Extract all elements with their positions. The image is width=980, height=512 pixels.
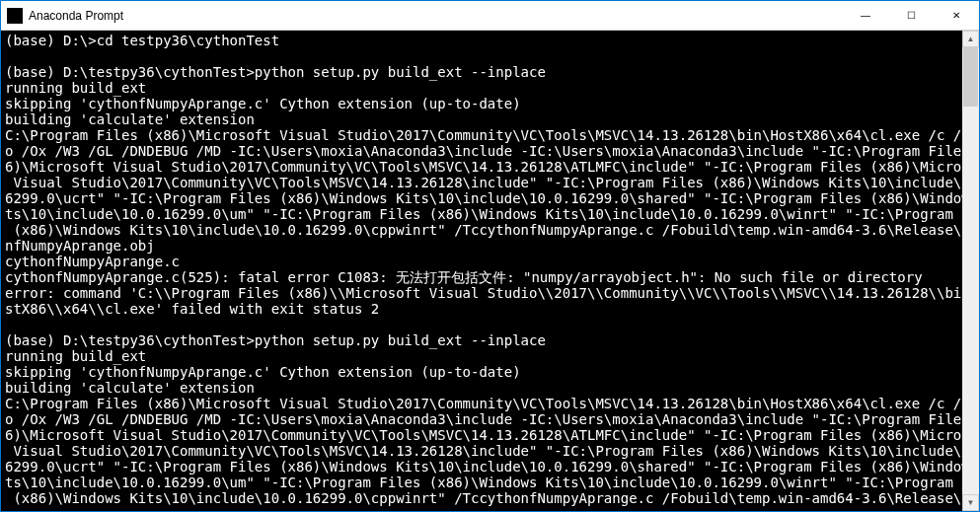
scrollbar[interactable]: ▲ ▼ bbox=[962, 31, 979, 511]
maximize-button[interactable]: ☐ bbox=[888, 1, 934, 31]
scroll-up-button[interactable]: ▲ bbox=[962, 31, 979, 47]
scroll-thumb[interactable] bbox=[963, 47, 978, 107]
console-output[interactable]: (base) D:\>cd testpy36\cythonTest (base)… bbox=[1, 31, 962, 511]
terminal-icon bbox=[7, 8, 23, 24]
titlebar[interactable]: Anaconda Prompt — ☐ ✕ bbox=[1, 1, 979, 31]
scroll-down-button[interactable]: ▼ bbox=[962, 494, 979, 511]
window-title: Anaconda Prompt bbox=[29, 9, 123, 23]
scroll-track[interactable] bbox=[962, 47, 979, 494]
minimize-button[interactable]: — bbox=[843, 1, 888, 31]
close-button[interactable]: ✕ bbox=[934, 1, 979, 31]
